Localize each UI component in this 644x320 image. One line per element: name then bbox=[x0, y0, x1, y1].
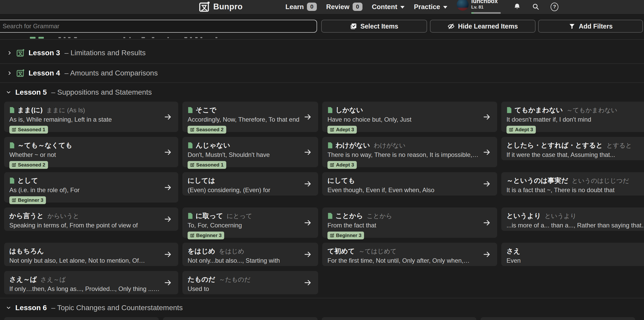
card-title-row: てもかまわない ～てもかまわない bbox=[506, 106, 644, 115]
grammar-card[interactable]: さえ Even bbox=[501, 243, 644, 266]
grammar-meaning: To, For, Concerning bbox=[188, 222, 299, 229]
srs-level-label: Adept 3 bbox=[515, 127, 533, 133]
grammar-title: ～というのは事実だ bbox=[506, 176, 568, 185]
arrow-right-icon[interactable] bbox=[304, 148, 312, 156]
arrow-right-icon[interactable] bbox=[483, 180, 491, 188]
bunpro-badge-icon bbox=[190, 163, 194, 167]
grammar-card-partial[interactable] bbox=[163, 317, 318, 320]
arrow-right-icon[interactable] bbox=[304, 219, 312, 227]
arrow-right-icon[interactable] bbox=[164, 113, 172, 121]
lesson-title: Lesson 6 bbox=[15, 304, 47, 312]
arrow-right-icon[interactable] bbox=[164, 250, 172, 259]
brand-name: Bunpro bbox=[213, 2, 243, 11]
grammar-title: わけがない bbox=[335, 141, 370, 150]
grammar-card[interactable]: として As (i.e. in the role of), For Beginn… bbox=[4, 172, 178, 203]
arrow-right-icon[interactable] bbox=[304, 113, 312, 121]
card-title-row: ～というのは事実だ というのはじじつだ bbox=[506, 176, 644, 185]
lesson-title: Lesson 3 bbox=[29, 49, 60, 57]
arrow-right-icon[interactable] bbox=[483, 250, 491, 259]
card-title-row: というより というより bbox=[506, 211, 644, 220]
grammar-title: たものだ bbox=[188, 275, 215, 284]
user-menu[interactable]: lunchbox Lv. 81 bbox=[457, 0, 501, 14]
search-input[interactable] bbox=[0, 20, 317, 33]
grammar-card[interactable]: というより というより ...is more of a... than a...… bbox=[501, 207, 644, 231]
grammar-card[interactable]: さえ～ば さえ～ば If only…then, As long as..., P… bbox=[4, 271, 178, 294]
bell-icon[interactable] bbox=[513, 3, 521, 11]
grammar-card[interactable]: んじゃない Don't, Mustn't, Shouldn't have Sea… bbox=[182, 137, 318, 167]
grammar-meaning: If only…then, As long as..., Provided...… bbox=[9, 285, 160, 293]
grammar-card-partial[interactable] bbox=[322, 317, 476, 320]
grammar-card[interactable]: ～ても～なくても Whether ~ or not Seasoned 2 bbox=[4, 137, 178, 167]
card-title-row: て初めて ～てはじめて bbox=[327, 247, 478, 256]
grammar-meaning: For the first time, Not until, Only afte… bbox=[327, 257, 478, 264]
grammar-card[interactable]: から言うと からいうと Speaking in terms of, From t… bbox=[4, 207, 178, 231]
grammar-meaning: There is no way, There is no reason, It … bbox=[327, 151, 478, 158]
grammar-card[interactable]: はもちろん Not only but also, Let alone, Not … bbox=[4, 243, 178, 266]
grammar-card[interactable]: としたら・とすれば・とすると とすると If it were the case … bbox=[501, 137, 644, 160]
arrow-right-icon[interactable] bbox=[164, 215, 172, 223]
grammar-title: に取って bbox=[196, 211, 223, 220]
card-title-row: まま(に) ままに (As Is) bbox=[9, 106, 160, 115]
grammar-card-partial[interactable] bbox=[4, 317, 159, 320]
grammar-reading: にとって bbox=[227, 212, 252, 220]
search-icon[interactable] bbox=[532, 3, 540, 11]
grammar-card[interactable]: て初めて ～てはじめて For the first time, Not unti… bbox=[322, 243, 497, 266]
grammar-card[interactable]: ～というのは事実だ というのはじじつだ It is a fact that ~,… bbox=[501, 172, 644, 196]
nav-link-review[interactable]: Review 0 bbox=[326, 3, 362, 11]
lesson-bunpro-icon bbox=[16, 49, 25, 57]
arrow-right-icon[interactable] bbox=[304, 180, 312, 188]
grammar-title: まま(に) bbox=[17, 106, 43, 115]
grammar-card[interactable]: まま(に) ままに (As Is) As is, While remaining… bbox=[4, 102, 178, 132]
review-count-badge: 0 bbox=[353, 3, 362, 11]
user-level: Lv. 81 bbox=[471, 5, 501, 10]
hide-learned-items-button[interactable]: Hide Learned Items bbox=[430, 20, 536, 33]
grammar-card[interactable]: にしても Even though, Even if, Even when, Al… bbox=[322, 172, 497, 196]
brand-logo[interactable]: Bunpro bbox=[199, 0, 243, 13]
card-title-row: わけがない わけがない bbox=[327, 141, 478, 150]
nav-link-practice[interactable]: Practice bbox=[414, 3, 447, 11]
grammar-card[interactable]: に取って にとって To, For, Concerning Beginner 3 bbox=[182, 207, 318, 238]
lesson-header[interactable]: Lesson 3 – Limitations and Results bbox=[0, 40, 644, 64]
add-filters-button[interactable]: Add Filters bbox=[538, 20, 643, 33]
grammar-card[interactable]: をはじめ をはじめ Not only...but also..., Starti… bbox=[182, 243, 318, 266]
arrow-right-icon[interactable] bbox=[164, 148, 172, 156]
arrow-right-icon[interactable] bbox=[164, 183, 172, 192]
arrow-right-icon[interactable] bbox=[483, 148, 491, 156]
lesson-header[interactable]: Lesson 4 – Amounts and Comparisons bbox=[0, 64, 644, 83]
card-title-row: から言うと からいうと bbox=[9, 211, 160, 220]
grammar-card-partial[interactable] bbox=[481, 317, 635, 320]
grammar-card[interactable]: わけがない わけがない There is no way, There is no… bbox=[322, 137, 497, 167]
grammar-reading: さえ～ば bbox=[40, 275, 66, 284]
nav-link-learn[interactable]: Learn 0 bbox=[285, 3, 317, 11]
lesson-header[interactable]: Lesson 6 – Topic Changes and Counterstat… bbox=[0, 298, 644, 317]
lesson-header[interactable]: Lesson 5 – Suppositions and Statements bbox=[0, 83, 644, 102]
grammar-card[interactable]: てもかまわない ～てもかまわない It doesn't matter if, I… bbox=[501, 102, 644, 132]
card-title-row: しかない bbox=[327, 106, 478, 115]
grammar-title: てもかまわない bbox=[515, 106, 563, 115]
grammar-card[interactable]: たものだ ～たものだ Used to bbox=[182, 271, 318, 294]
arrow-right-icon[interactable] bbox=[483, 113, 491, 121]
grammar-meaning: (Even) considering, (Even) for bbox=[188, 186, 299, 194]
grammar-card[interactable]: ことから ことから From the fact that Beginner 3 bbox=[322, 207, 497, 238]
chevron-icon bbox=[6, 89, 11, 95]
select-items-button[interactable]: Select Items bbox=[321, 20, 427, 33]
lesson-section: Lesson 5 – Suppositions and Statements ま… bbox=[0, 83, 644, 294]
arrow-right-icon[interactable] bbox=[304, 250, 312, 259]
arrow-right-icon[interactable] bbox=[483, 219, 491, 227]
grammar-card[interactable]: にしては (Even) considering, (Even) for bbox=[182, 172, 318, 196]
grammar-title: というより bbox=[506, 211, 541, 220]
grammar-title: としたら・とすれば・とすると bbox=[506, 141, 603, 150]
arrow-right-icon[interactable] bbox=[164, 279, 172, 287]
grammar-title: ～ても～なくても bbox=[17, 141, 72, 150]
grammar-meaning: Used to bbox=[188, 285, 299, 293]
grammar-card[interactable]: しかない Have no choice but, Only, Just Adep… bbox=[322, 102, 497, 132]
card-title-row: として bbox=[9, 176, 160, 185]
help-icon[interactable]: ? bbox=[551, 3, 558, 11]
card-title-row: に取って にとって bbox=[188, 211, 299, 220]
bunpro-badge-icon bbox=[330, 163, 334, 167]
chevron-down-icon bbox=[400, 6, 405, 9]
nav-link-content[interactable]: Content bbox=[372, 3, 405, 11]
grammar-card[interactable]: そこで Accordingly, Now, Therefore, To that… bbox=[182, 102, 318, 132]
grammar-meaning: It doesn't matter if, I don't mind bbox=[506, 116, 644, 123]
arrow-right-icon[interactable] bbox=[304, 279, 312, 287]
